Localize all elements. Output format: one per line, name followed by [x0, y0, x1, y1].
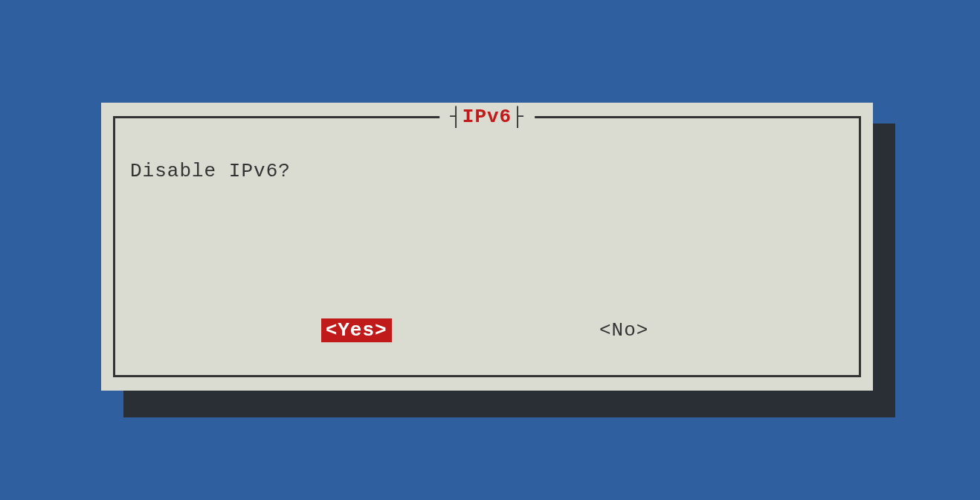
yes-button[interactable]: <Yes> [321, 318, 392, 342]
dialog-box: ┤ IPv6 ├ Disable IPv6? <Yes> <No> [101, 103, 873, 391]
dialog-content: Disable IPv6? <Yes> <No> [115, 118, 859, 375]
button-row: <Yes> <No> [115, 318, 859, 342]
prompt-text: Disable IPv6? [130, 160, 844, 182]
no-button[interactable]: <No> [595, 318, 653, 342]
dialog-border: ┤ IPv6 ├ Disable IPv6? <Yes> <No> [113, 116, 861, 377]
